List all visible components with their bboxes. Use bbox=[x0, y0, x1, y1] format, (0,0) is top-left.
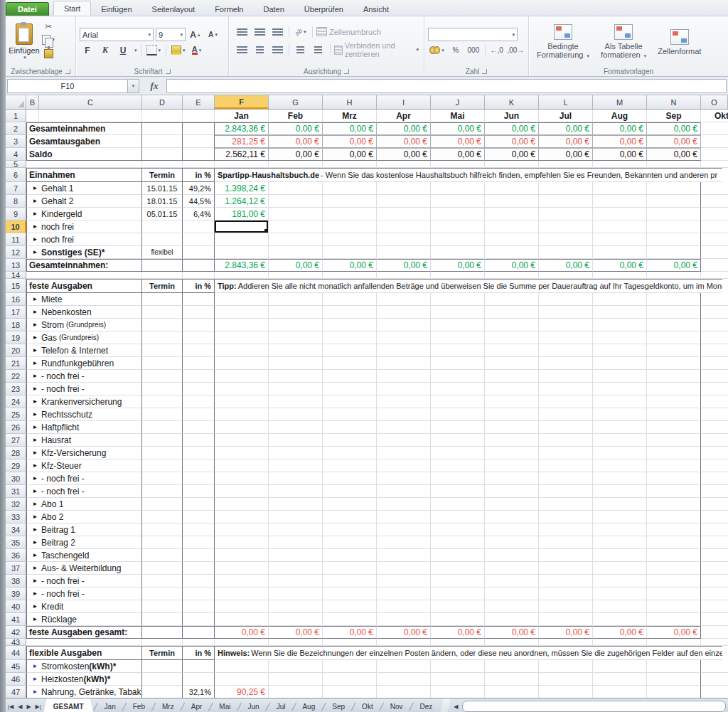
ribbon-tab-formeln[interactable]: Formeln bbox=[205, 2, 253, 16]
cell-F31[interactable] bbox=[215, 485, 269, 498]
font-name-select[interactable]: Arial▾ bbox=[80, 28, 154, 41]
accounting-format-button[interactable]: ▾ bbox=[428, 44, 446, 56]
cell-N26[interactable] bbox=[647, 421, 701, 434]
cell-H24[interactable] bbox=[323, 395, 377, 408]
cell-L13[interactable]: 0,00 € bbox=[539, 259, 593, 272]
cell-D23[interactable] bbox=[142, 383, 183, 395]
cell-E18[interactable] bbox=[183, 319, 215, 331]
cell-I23[interactable] bbox=[377, 383, 431, 395]
cell-K36[interactable] bbox=[485, 549, 539, 562]
cell-G42[interactable]: 0,00 € bbox=[269, 626, 323, 639]
cell-N28[interactable] bbox=[647, 447, 701, 459]
cell-F4[interactable]: 2.562,11 € bbox=[215, 148, 269, 161]
select-all-corner[interactable] bbox=[6, 95, 26, 109]
cell-H1[interactable]: Mrz bbox=[323, 110, 377, 122]
cell-M4[interactable]: 0,00 € bbox=[593, 148, 647, 161]
cell-F20[interactable] bbox=[215, 344, 269, 357]
cell-F3[interactable]: 281,25 € bbox=[215, 135, 269, 148]
cell-G13[interactable]: 0,00 € bbox=[269, 259, 323, 272]
cell-F46[interactable] bbox=[215, 673, 269, 686]
align-left-button[interactable] bbox=[234, 44, 250, 56]
cell-E31[interactable] bbox=[183, 485, 215, 498]
cell-N2[interactable]: 0,00 € bbox=[647, 122, 701, 135]
cell-H31[interactable] bbox=[323, 485, 377, 498]
cell-H16[interactable] bbox=[323, 293, 377, 306]
row-header-21[interactable]: 21 bbox=[6, 357, 26, 370]
ribbon-tab-start[interactable]: Start bbox=[53, 1, 91, 16]
row-header-7[interactable]: 7 bbox=[6, 182, 26, 195]
prev-sheet-button[interactable]: ◀ bbox=[16, 703, 24, 710]
sheet-tab-Nov[interactable]: Nov bbox=[384, 698, 410, 712]
cell-K13[interactable]: 0,00 € bbox=[485, 259, 539, 272]
cell-N1[interactable]: Sep bbox=[647, 110, 701, 122]
cell-F30[interactable] bbox=[215, 472, 269, 485]
cell-I28[interactable] bbox=[377, 447, 431, 459]
cell-K41[interactable] bbox=[485, 613, 539, 626]
cell-styles-button[interactable]: Zellenformat bbox=[652, 18, 707, 66]
sheet-tab-Sep[interactable]: Sep bbox=[326, 698, 351, 712]
cell-I36[interactable] bbox=[377, 549, 431, 562]
align-bottom-button[interactable] bbox=[269, 26, 285, 38]
row-header-10[interactable]: 10 bbox=[6, 220, 26, 233]
cell-G9[interactable] bbox=[269, 208, 323, 220]
cell-B30[interactable]: ►- noch frei - bbox=[26, 472, 142, 485]
cell-N46[interactable] bbox=[647, 673, 701, 686]
col-header-M[interactable]: M bbox=[593, 95, 647, 109]
cell-M40[interactable] bbox=[593, 600, 647, 613]
cell-F11[interactable] bbox=[215, 233, 269, 246]
cell-I22[interactable] bbox=[377, 370, 431, 383]
cell-H29[interactable] bbox=[323, 459, 377, 472]
cell-K26[interactable] bbox=[485, 421, 539, 434]
selected-cell-F10[interactable] bbox=[215, 220, 269, 233]
tab-scroll-left-button[interactable]: ◀ bbox=[451, 703, 460, 710]
cell-B10[interactable]: ►noch frei bbox=[26, 220, 142, 233]
cell-D19[interactable] bbox=[142, 331, 183, 344]
cell-G47[interactable] bbox=[269, 686, 323, 698]
cell-H9[interactable] bbox=[323, 208, 377, 220]
cell-G28[interactable] bbox=[269, 447, 323, 459]
cell-F34[interactable] bbox=[215, 524, 269, 536]
row-header-1[interactable]: 1 bbox=[6, 110, 26, 122]
cell-K18[interactable] bbox=[485, 319, 539, 331]
decrease-decimal-button[interactable]: ,00→ bbox=[507, 44, 525, 56]
cell-L26[interactable] bbox=[539, 421, 593, 434]
orientation-button[interactable]: ab▾ bbox=[293, 26, 309, 38]
cell-B29[interactable]: ►Kfz-Steuer bbox=[26, 459, 142, 472]
cell-N18[interactable] bbox=[647, 319, 701, 331]
increase-indent-button[interactable] bbox=[311, 44, 326, 56]
cell-H17[interactable] bbox=[323, 306, 377, 319]
cell-L1[interactable]: Jul bbox=[539, 110, 593, 122]
cell-K28[interactable] bbox=[485, 447, 539, 459]
cell-H7[interactable] bbox=[323, 182, 377, 195]
cell-E20[interactable] bbox=[183, 344, 215, 357]
cell-J4[interactable]: 0,00 € bbox=[431, 148, 485, 161]
cell-L31[interactable] bbox=[539, 485, 593, 498]
cell-K19[interactable] bbox=[485, 331, 539, 344]
cell-D7[interactable]: 15.01.15 bbox=[142, 182, 183, 195]
cell-M9[interactable] bbox=[593, 208, 647, 220]
cell-H42[interactable]: 0,00 € bbox=[323, 626, 377, 639]
cell-B23[interactable]: ►- noch frei - bbox=[26, 383, 142, 395]
cell-H45[interactable] bbox=[323, 660, 377, 673]
cell-L4[interactable]: 0,00 € bbox=[539, 148, 593, 161]
cell-J23[interactable] bbox=[431, 383, 485, 395]
cell-N7[interactable] bbox=[647, 182, 701, 195]
cell-D26[interactable] bbox=[142, 421, 183, 434]
cell-H13[interactable]: 0,00 € bbox=[323, 259, 377, 272]
cell-N25[interactable] bbox=[647, 408, 701, 421]
cell-H4[interactable]: 0,00 € bbox=[323, 148, 377, 161]
cell-K17[interactable] bbox=[485, 306, 539, 319]
cell-E32[interactable] bbox=[183, 498, 215, 511]
insert-sheet-tab[interactable] bbox=[440, 698, 450, 712]
cell-B41[interactable]: ►Rücklage bbox=[26, 613, 142, 626]
underline-button[interactable]: U bbox=[115, 44, 131, 56]
cell-M12[interactable] bbox=[593, 246, 647, 259]
cell-K46[interactable] bbox=[485, 673, 539, 686]
row-header-9[interactable]: 9 bbox=[6, 208, 26, 220]
cell-J38[interactable] bbox=[431, 575, 485, 588]
cell-G7[interactable] bbox=[269, 182, 323, 195]
cell-G31[interactable] bbox=[269, 485, 323, 498]
cell-I13[interactable]: 0,00 € bbox=[377, 259, 431, 272]
cell-K23[interactable] bbox=[485, 383, 539, 395]
cell-F16[interactable] bbox=[215, 293, 269, 306]
